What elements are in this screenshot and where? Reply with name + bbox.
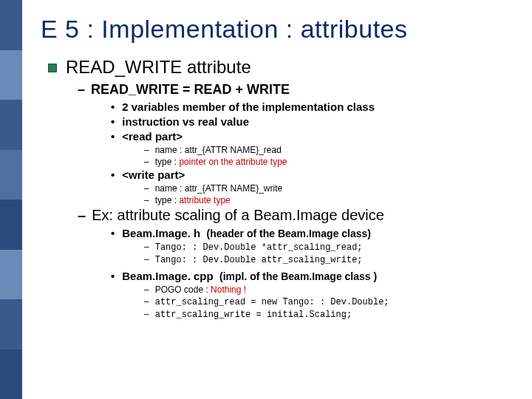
sub-rw-eq: –READ_WRITE = READ + WRITE xyxy=(78,82,523,98)
text: <write part> xyxy=(122,168,185,181)
text: Beam.Image. h xyxy=(122,227,200,239)
slide-title: E 5 : Implementation : attributes xyxy=(41,15,523,44)
text: POGO code : xyxy=(155,284,211,295)
read-part-name: –name : attr_{ATTR NAME}_read xyxy=(144,145,523,155)
red-text: attribute type xyxy=(179,195,230,205)
sidebar-stripe xyxy=(0,0,22,399)
code-text: Tango: : Dev.Double attr_scaling_write; xyxy=(155,255,363,265)
text: instruction vs real value xyxy=(122,115,249,128)
sidebar-seg xyxy=(0,349,22,400)
write-part-name: –name : attr_{ATTR NAME}_write xyxy=(144,183,523,194)
text: Ex: attribute scaling of a Beam.Image de… xyxy=(92,207,384,223)
bullet-vars: •2 variables member of the implementatio… xyxy=(111,100,523,113)
code-text: Tango: : Dev.Double *attr_scaling_read; xyxy=(155,242,363,253)
bullet-read-part: •<read part> xyxy=(111,130,523,143)
cpp-line-1: –attr_scaling_read = new Tango: : Dev.Do… xyxy=(144,296,523,307)
sidebar-seg xyxy=(0,50,22,100)
text: type : xyxy=(155,157,180,167)
pogo-line: –POGO code : Nothing ! xyxy=(144,284,523,295)
header-line-1: –Tango: : Dev.Double *attr_scaling_read; xyxy=(144,242,523,253)
red-text: pointer on the attribute type xyxy=(179,157,287,167)
bullet-instruction: •instruction vs real value xyxy=(111,115,523,128)
text: name : attr_{ATTR NAME}_read xyxy=(155,145,282,155)
red-text: Nothing ! xyxy=(211,284,246,295)
cpp-file: •Beam.Image. cpp (impl. of the Beam.Imag… xyxy=(111,270,523,282)
write-part-type: –type : attribute type xyxy=(144,195,523,205)
sidebar-seg xyxy=(0,299,22,349)
text: 2 variables member of the implementation… xyxy=(122,100,375,113)
text: name : attr_{ATTR NAME}_write xyxy=(155,183,283,194)
text: READ_WRITE = READ + WRITE xyxy=(91,82,290,97)
header-line-2: –Tango: : Dev.Double attr_scaling_write; xyxy=(144,254,523,265)
heading-text: READ_WRITE attribute xyxy=(66,57,251,77)
text: type : xyxy=(155,195,180,205)
heading-read-write: READ_WRITE attribute xyxy=(48,57,523,78)
sidebar-seg xyxy=(0,250,22,300)
square-bullet-icon xyxy=(48,64,57,72)
example-heading: –Ex: attribute scaling of a Beam.Image d… xyxy=(78,207,523,224)
cpp-line-2: –attr_scaling_write = initial.Scaling; xyxy=(144,309,523,320)
header-file: •Beam.Image. h (header of the Beam.Image… xyxy=(111,227,523,239)
paren-text: (header of the Beam.Image class) xyxy=(206,228,371,239)
bullet-write-part: •<write part> xyxy=(111,168,523,181)
sidebar-seg xyxy=(0,150,22,200)
text: <read part> xyxy=(122,130,183,143)
sidebar-seg xyxy=(0,0,22,50)
sidebar-seg xyxy=(0,200,22,250)
sidebar-seg xyxy=(0,100,22,150)
code-text: attr_scaling_write = initial.Scaling; xyxy=(155,310,352,320)
slide-content: E 5 : Implementation : attributes READ_W… xyxy=(41,15,523,321)
code-text: attr_scaling_read = new Tango: : Dev.Dou… xyxy=(155,297,389,307)
text: Beam.Image. cpp xyxy=(122,270,213,282)
read-part-type: –type : pointer on the attribute type xyxy=(144,157,523,167)
paren-text: (impl. of the Beam.Image class ) xyxy=(219,270,377,282)
